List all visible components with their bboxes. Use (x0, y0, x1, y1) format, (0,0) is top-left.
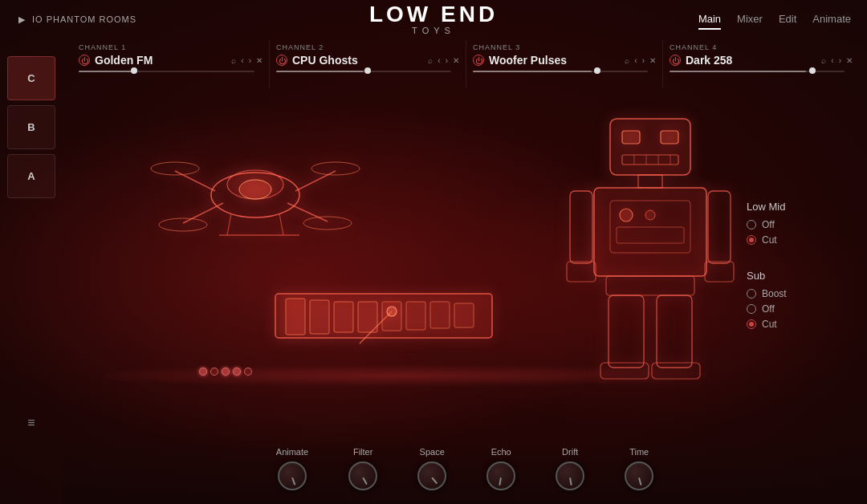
fader-row-3 (473, 70, 656, 73)
toy-small-balls (199, 368, 252, 376)
knob-indicator-animate (291, 478, 295, 486)
svg-rect-44 (430, 302, 450, 328)
channels-bar: Channel 1 ⏻ Golden FM ⌕ ‹ › ✕ (64, 40, 867, 88)
channel-2: Channel 2 ⏻ CPU Ghosts ⌕ ‹ › ✕ (269, 40, 466, 88)
sidebar-btn-a[interactable]: A (7, 154, 55, 198)
ball-5 (244, 368, 252, 376)
prev-icon-ch2[interactable]: ‹ (438, 56, 440, 65)
fader-thumb-2[interactable] (364, 67, 371, 74)
tab-animate[interactable]: Animate (812, 10, 851, 30)
next-icon-ch3[interactable]: › (642, 56, 645, 65)
fader-track-2 (276, 71, 451, 72)
svg-point-26 (645, 210, 655, 220)
next-icon-ch1[interactable]: › (249, 56, 251, 65)
channel-name-row-2: ⏻ CPU Ghosts ⌕ ‹ › ✕ (276, 54, 459, 67)
prev-icon-ch3[interactable]: ‹ (634, 56, 637, 65)
sub-cut-circle (747, 319, 756, 329)
brand-name: IO PHANTOM ROOMS (32, 14, 136, 24)
knob-group-echo: Echo (486, 447, 515, 490)
sidebar-btn-c[interactable]: C (7, 56, 55, 100)
svg-point-6 (151, 162, 199, 175)
low-mid-cut[interactable]: Cut (747, 234, 859, 246)
low-mid-off[interactable]: Off (747, 219, 859, 230)
toy-xylophone (271, 287, 496, 352)
channel-name-3: Woofer Pulses (489, 54, 620, 67)
knob-indicator-space (431, 477, 438, 484)
close-icon-ch4[interactable]: ✕ (846, 56, 853, 65)
channel-controls-4: ⌕ ‹ › ✕ (821, 56, 853, 65)
knob-echo[interactable] (486, 461, 515, 490)
search-icon-ch1[interactable]: ⌕ (231, 56, 236, 65)
power-icon-1: ⏻ (81, 57, 88, 63)
channel-4: Channel 4 ⏻ Dark 258 ⌕ ‹ › ✕ (662, 40, 859, 88)
power-icon-2: ⏻ (279, 57, 285, 63)
fader-fill-2 (276, 71, 364, 72)
fader-thumb-4[interactable] (809, 67, 816, 74)
close-icon-ch3[interactable]: ✕ (649, 56, 656, 65)
fader-thumb-1[interactable] (131, 67, 137, 74)
svg-point-7 (311, 162, 360, 175)
svg-rect-22 (638, 175, 662, 188)
power-icon-4: ⏻ (672, 57, 678, 63)
search-icon-ch3[interactable]: ⌕ (625, 56, 629, 65)
toy-drone (143, 119, 368, 263)
app-title: LOW END TOYS (369, 3, 498, 35)
knob-time[interactable] (625, 461, 653, 490)
next-icon-ch4[interactable]: › (839, 56, 841, 65)
knob-label-echo: Echo (491, 447, 511, 457)
search-icon-ch4[interactable]: ⌕ (821, 56, 826, 65)
knob-indicator-filter (362, 478, 368, 486)
prev-icon-ch1[interactable]: ‹ (241, 56, 243, 65)
knob-filter[interactable] (348, 461, 377, 490)
top-bar: ▶ IO PHANTOM ROOMS LOW END TOYS Main Mix… (0, 0, 867, 39)
app-title-main: LOW END (369, 3, 498, 26)
fader-thumb-3[interactable] (594, 67, 600, 74)
fader-fill-4 (670, 71, 806, 72)
ball-3 (222, 368, 230, 376)
svg-line-3 (295, 171, 336, 191)
power-btn-4[interactable]: ⏻ (670, 55, 681, 66)
knob-drift[interactable] (556, 461, 584, 490)
close-icon-ch1[interactable]: ✕ (256, 56, 263, 65)
svg-rect-34 (600, 363, 649, 379)
svg-rect-30 (708, 191, 731, 263)
power-btn-3[interactable]: ⏻ (473, 55, 484, 66)
sub-cut[interactable]: Cut (747, 319, 859, 330)
tab-main[interactable]: Main (698, 10, 721, 30)
sub-options: Boost Off Cut (747, 288, 859, 330)
channel-controls-1: ⌕ ‹ › ✕ (231, 56, 263, 65)
power-btn-2[interactable]: ⏻ (276, 55, 287, 66)
svg-rect-29 (567, 262, 596, 282)
sub-off-circle (747, 304, 756, 314)
channel-1: Channel 1 ⏻ Golden FM ⌕ ‹ › ✕ (72, 40, 269, 88)
knob-indicator-echo (499, 478, 502, 486)
channel-name-2: CPU Ghosts (292, 54, 423, 67)
prev-icon-ch4[interactable]: ‹ (831, 56, 833, 65)
search-icon-ch2[interactable]: ⌕ (428, 56, 433, 65)
fader-fill-1 (79, 71, 132, 72)
channel-name-row-4: ⏻ Dark 258 ⌕ ‹ › ✕ (670, 54, 853, 67)
knob-group-space: Space (417, 447, 446, 490)
tab-edit[interactable]: Edit (779, 10, 796, 30)
close-icon-ch2[interactable]: ✕ (453, 56, 459, 65)
tab-mixer[interactable]: Mixer (737, 10, 763, 30)
bottom-controls: Animate Filter Space Echo Drift (63, 440, 867, 504)
sub-off[interactable]: Off (747, 303, 859, 315)
svg-line-11 (279, 213, 283, 235)
knob-animate[interactable] (278, 461, 307, 490)
knob-space[interactable] (417, 461, 446, 490)
sub-boost[interactable]: Boost (747, 288, 859, 299)
channel-label-1: Channel 1 (79, 43, 263, 51)
knob-label-drift: Drift (562, 447, 578, 457)
channel-name-1: Golden FM (95, 54, 226, 67)
power-btn-1[interactable]: ⏻ (79, 55, 90, 66)
knob-indicator-drift (569, 478, 572, 486)
svg-point-47 (387, 307, 397, 316)
knob-indicator-time (638, 478, 642, 486)
svg-rect-43 (406, 302, 425, 330)
svg-line-10 (227, 213, 231, 235)
ball-4 (233, 368, 241, 376)
sidebar-menu-icon[interactable]: ≡ (27, 416, 35, 430)
next-icon-ch2[interactable]: › (446, 56, 448, 65)
sidebar-btn-b[interactable]: B (7, 105, 55, 149)
